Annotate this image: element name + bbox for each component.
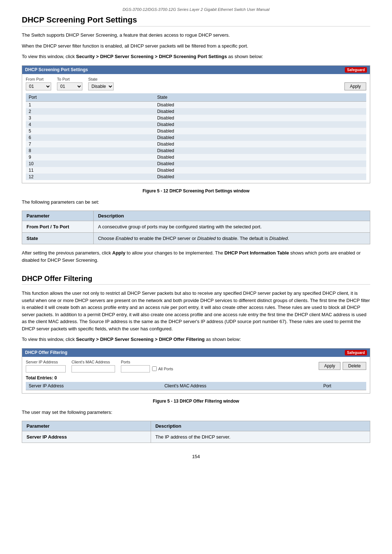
offer-table-container: Server IP Address Client's MAC Address P…: [26, 382, 366, 390]
table-row: 6Disabled: [26, 134, 366, 141]
following-text-1: The following parameters can be set:: [22, 199, 370, 206]
form-row: From Port 01 02 To Port 01 02 State Disa…: [26, 77, 366, 90]
offer-col-port: Port: [320, 382, 366, 390]
to-port-group: To Port 01 02: [57, 77, 82, 90]
desc-end: .: [288, 236, 289, 241]
after-para: After setting the previous parameters, c…: [22, 249, 370, 264]
param-table-1: Parameter Description From Port / To Por…: [22, 211, 370, 244]
page-number: 154: [22, 454, 370, 459]
state-group: State Disabled Enabled: [88, 77, 114, 90]
figure-caption-2: Figure 5 - 13 DHCP Offer Filtering windo…: [22, 399, 370, 404]
desc-after: to disable. The default is: [216, 236, 269, 241]
section1-para2: When the DHCP server filter function is …: [22, 42, 370, 50]
all-ports-checkbox[interactable]: [152, 366, 157, 371]
param-row-2: State Choose Enabled to enable the DHCP …: [22, 233, 370, 244]
col-port: Port: [26, 93, 154, 102]
table-row: 12Disabled: [26, 174, 366, 180]
para2-after: as shown below:: [205, 337, 241, 342]
offer-col-client-mac: Client's MAC Address: [162, 382, 320, 390]
to-port-label: To Port: [57, 77, 82, 81]
port-state-table-container: Port State 1Disabled2Disabled3Disabled4D…: [26, 93, 366, 180]
client-mac-group: Client's MAC Address: [72, 360, 115, 372]
param-name-server-ip: Server IP Address: [22, 431, 151, 443]
para2-before: To view this window, click: [22, 337, 76, 342]
param-name-2: State: [22, 233, 94, 244]
server-ip-label: Server IP Address: [26, 360, 66, 364]
state-select[interactable]: Disabled Enabled: [88, 82, 114, 90]
offer-widget-body: Server IP Address Client's MAC Address P…: [22, 357, 370, 393]
ports-input[interactable]: [121, 365, 150, 372]
widget-header-title: DHCP Screening Port Settings: [25, 67, 88, 72]
table-row: 4Disabled: [26, 121, 366, 128]
col-state: State: [154, 93, 366, 102]
desc-header: Description: [93, 211, 370, 221]
table-row: 9Disabled: [26, 154, 366, 160]
table-row: 1Disabled: [26, 101, 366, 108]
desc-header-2: Description: [151, 421, 370, 431]
table-row: 3Disabled: [26, 115, 366, 121]
param-desc-1: A consecutive group of ports may be conf…: [93, 221, 370, 233]
all-ports-label: All Ports: [158, 367, 173, 371]
table-row: 8Disabled: [26, 147, 366, 154]
section2-heading: DHCP Offer Filtering: [22, 274, 370, 285]
param-row-1: From Port / To Port A consecutive group …: [22, 221, 370, 233]
table-row: 11Disabled: [26, 167, 366, 174]
safeguard-badge: Safeguard: [345, 67, 367, 73]
para3-before: To view this window, click: [22, 54, 76, 59]
dhcp-offer-widget: DHCP Offer Filtering Safeguard Server IP…: [22, 348, 370, 394]
offer-table: Server IP Address Client's MAC Address P…: [26, 382, 366, 390]
table-row: 5Disabled: [26, 128, 366, 134]
doc-title: DGS-3700-12/DGS-3700-12G Series Layer 2 …: [22, 7, 370, 12]
param-header-2: Parameter: [22, 421, 151, 431]
desc-em1: Enabled: [115, 236, 133, 241]
section2-para1: This function allows the user not only t…: [22, 290, 370, 332]
param-row-server-ip: Server IP Address The IP address of the …: [22, 431, 370, 443]
desc-before: Choose: [98, 236, 115, 241]
all-ports-row: All Ports: [152, 366, 173, 371]
table-row: 7Disabled: [26, 141, 366, 147]
offer-widget-header: DHCP Offer Filtering Safeguard: [22, 349, 370, 357]
from-port-select[interactable]: 01 02: [26, 82, 51, 90]
section2-para2: To view this window, click Security > DH…: [22, 336, 370, 343]
param-desc-server-ip: The IP address of the DHCP server.: [151, 431, 370, 443]
client-mac-label: Client's MAC Address: [72, 360, 115, 364]
para2-bold: Security > DHCP Server Screening > DHCP …: [76, 337, 205, 342]
server-ip-group: Server IP Address: [26, 360, 66, 372]
total-entries: Total Entries: 0: [26, 375, 366, 380]
param-desc-2: Choose Enabled to enable the DHCP server…: [93, 233, 370, 244]
following-text-2: The user may set the following parameter…: [22, 409, 370, 416]
offer-delete-button[interactable]: Delete: [343, 362, 366, 370]
offer-safeguard-badge: Safeguard: [345, 350, 367, 355]
state-label: State: [88, 77, 114, 81]
apply-button[interactable]: Apply: [344, 82, 366, 90]
client-mac-input[interactable]: [72, 365, 115, 372]
ports-label: Ports: [121, 360, 173, 364]
to-port-select[interactable]: 01 02: [57, 82, 82, 90]
offer-apply-button[interactable]: Apply: [319, 362, 340, 370]
section1-para3: To view this window, click Security > DH…: [22, 53, 370, 60]
param-table-2: Parameter Description Server IP Address …: [22, 421, 370, 443]
desc-mid: to enable the DHCP server or: [133, 236, 197, 241]
ports-group: Ports All Ports: [121, 360, 173, 372]
dhcp-screening-widget: DHCP Screening Port Settings Safeguard F…: [22, 65, 370, 183]
section1-heading: DHCP Screening Port Settings: [22, 15, 370, 27]
port-state-table: Port State 1Disabled2Disabled3Disabled4D…: [26, 93, 366, 180]
widget-header: DHCP Screening Port Settings Safeguard: [22, 66, 370, 74]
widget-body: From Port 01 02 To Port 01 02 State Disa…: [22, 74, 370, 183]
param-name-1: From Port / To Port: [22, 221, 94, 233]
desc-em2: Disabled: [197, 236, 216, 241]
offer-widget-title: DHCP Offer Filtering: [25, 350, 67, 355]
para3-bold: Security > DHCP Server Screening > DHCP …: [76, 54, 227, 59]
from-port-label: From Port: [26, 77, 51, 81]
figure-caption-1: Figure 5 - 12 DHCP Screening Port Settin…: [22, 188, 370, 194]
para3-after: as shown below:: [227, 54, 263, 59]
param-header: Parameter: [22, 211, 94, 221]
offer-form-row: Server IP Address Client's MAC Address P…: [26, 360, 366, 372]
offer-col-server-ip: Server IP Address: [26, 382, 162, 390]
section1-para1: The Switch supports DHCP Server Screenin…: [22, 32, 370, 39]
table-row: 10Disabled: [26, 160, 366, 167]
from-port-group: From Port 01 02: [26, 77, 51, 90]
table-row: 2Disabled: [26, 108, 366, 115]
server-ip-input[interactable]: [26, 365, 66, 372]
desc-em3: Disabled: [269, 236, 288, 241]
